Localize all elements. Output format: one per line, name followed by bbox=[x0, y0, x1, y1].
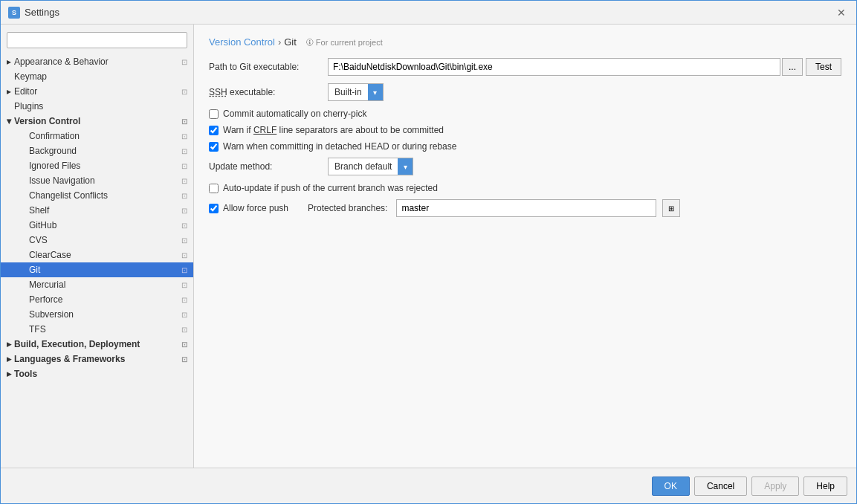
protected-branches-input[interactable] bbox=[396, 199, 656, 217]
copy-icon: ⊡ bbox=[181, 117, 187, 126]
caret-icon bbox=[7, 369, 14, 379]
update-method-row: Update method: Branch default ▾ bbox=[209, 158, 841, 175]
sidebar-item-label: Appearance & Behavior bbox=[14, 56, 178, 67]
sidebar-item-tools[interactable]: Tools bbox=[1, 366, 193, 381]
sidebar-item-label: Git bbox=[29, 265, 178, 275]
copy-icon: ⊡ bbox=[181, 222, 187, 230]
copy-icon: ⊡ bbox=[181, 207, 187, 215]
copy-icon: ⊡ bbox=[181, 58, 187, 66]
apply-button[interactable]: Apply bbox=[751, 476, 799, 496]
sidebar-item-label: GitHub bbox=[29, 220, 178, 230]
sidebar-item-confirmation[interactable]: Confirmation ⊡ bbox=[1, 129, 193, 143]
sidebar-item-label: Background bbox=[29, 146, 178, 156]
checkbox-detached-head-row: Warn when committing in detached HEAD or… bbox=[209, 141, 841, 152]
search-input[interactable] bbox=[7, 32, 187, 48]
sidebar-item-version-control[interactable]: Version Control ⊡ bbox=[1, 114, 193, 129]
caret-icon bbox=[7, 56, 14, 67]
sidebar-item-label: Keymap bbox=[14, 71, 187, 82]
copy-icon: ⊡ bbox=[181, 281, 187, 289]
dialog-footer: OK Cancel Apply Help bbox=[1, 468, 856, 503]
app-icon: S bbox=[8, 7, 20, 19]
sidebar-item-mercurial[interactable]: Mercurial ⊡ bbox=[1, 277, 193, 292]
sidebar: Appearance & Behavior ⊡ Keymap Editor ⊡ … bbox=[1, 25, 194, 468]
checkbox-auto-update[interactable] bbox=[209, 184, 219, 193]
ssh-dropdown-label: Built-in bbox=[329, 87, 368, 97]
sidebar-item-perforce[interactable]: Perforce ⊡ bbox=[1, 292, 193, 307]
copy-icon: ⊡ bbox=[181, 296, 187, 304]
ssh-dropdown[interactable]: Built-in ▾ bbox=[328, 83, 384, 101]
sidebar-item-build-execution[interactable]: Build, Execution, Deployment ⊡ bbox=[1, 337, 193, 352]
update-method-dropdown[interactable]: Branch default ▾ bbox=[328, 158, 413, 175]
breadcrumb-part1[interactable]: Version Control bbox=[209, 36, 275, 48]
sidebar-item-git[interactable]: Git ⊡ bbox=[1, 262, 193, 277]
sidebar-item-subversion[interactable]: Subversion ⊡ bbox=[1, 307, 193, 322]
dialog-title: Settings bbox=[25, 7, 59, 18]
sidebar-item-label: Mercurial bbox=[29, 280, 178, 290]
settings-dialog: S Settings ✕ Appearance & Behavior ⊡ Key… bbox=[0, 0, 857, 504]
cancel-button[interactable]: Cancel bbox=[694, 476, 747, 496]
copy-icon: ⊡ bbox=[181, 132, 187, 140]
sidebar-item-languages-frameworks[interactable]: Languages & Frameworks ⊡ bbox=[1, 352, 193, 366]
browse-button[interactable]: ... bbox=[782, 58, 803, 76]
copy-icon: ⊡ bbox=[181, 251, 187, 259]
close-button[interactable]: ✕ bbox=[834, 5, 849, 20]
checkbox-detached-head-label: Warn when committing in detached HEAD or… bbox=[223, 141, 456, 152]
crlf-underline: CRLF bbox=[253, 125, 276, 135]
ssh-row: SSH executable: Built-in ▾ bbox=[209, 83, 841, 101]
dropdown-arrow-icon: ▾ bbox=[368, 84, 383, 100]
help-button[interactable]: Help bbox=[803, 476, 847, 496]
checkbox-cherry-pick[interactable] bbox=[209, 109, 219, 119]
sidebar-item-label: CVS bbox=[29, 235, 178, 245]
git-path-input[interactable] bbox=[328, 58, 780, 76]
copy-icon: ⊡ bbox=[181, 266, 187, 274]
protected-branches-browse-button[interactable]: ⊞ bbox=[662, 199, 680, 217]
sidebar-item-label: Changelist Conflicts bbox=[29, 190, 178, 201]
sidebar-item-editor[interactable]: Editor ⊡ bbox=[1, 84, 193, 99]
test-button[interactable]: Test bbox=[806, 58, 841, 76]
checkbox-cherry-pick-row: Commit automatically on cherry-pick bbox=[209, 109, 841, 119]
git-path-label: Path to Git executable: bbox=[209, 62, 328, 72]
sidebar-item-label: Editor bbox=[14, 86, 178, 97]
grid-icon: ⊞ bbox=[668, 204, 674, 213]
git-path-row: Path to Git executable: ... Test bbox=[209, 58, 841, 76]
sidebar-item-ignored-files[interactable]: Ignored Files ⊡ bbox=[1, 158, 193, 173]
sidebar-item-label: Subversion bbox=[29, 309, 178, 320]
ssh-label: SSH executable: bbox=[209, 87, 328, 97]
checkbox-detached-head[interactable] bbox=[209, 142, 219, 152]
caret-icon bbox=[7, 339, 14, 349]
sidebar-item-label: Perforce bbox=[29, 294, 178, 305]
project-note: 🛈 For current project bbox=[305, 38, 383, 47]
sidebar-item-plugins[interactable]: Plugins bbox=[1, 99, 193, 114]
checkbox-crlf-label: Warn if CRLF line separators are about t… bbox=[223, 125, 444, 135]
info-icon: 🛈 bbox=[305, 38, 314, 47]
sidebar-item-label: Plugins bbox=[14, 101, 187, 112]
protected-branches-label: Protected branches: bbox=[308, 203, 387, 213]
copy-icon: ⊡ bbox=[181, 340, 187, 349]
breadcrumb: Version Control › Git 🛈 For current proj… bbox=[209, 36, 841, 48]
sidebar-item-label: Languages & Frameworks bbox=[14, 354, 178, 364]
sidebar-item-github[interactable]: GitHub ⊡ bbox=[1, 218, 193, 233]
checkbox-auto-update-row: Auto-update if push of the current branc… bbox=[209, 183, 841, 193]
sidebar-item-tfs[interactable]: TFS ⊡ bbox=[1, 322, 193, 337]
sidebar-item-label: Ignored Files bbox=[29, 161, 178, 171]
checkbox-cherry-pick-label: Commit automatically on cherry-pick bbox=[223, 109, 366, 119]
copy-icon: ⊡ bbox=[181, 147, 187, 155]
dialog-body: Appearance & Behavior ⊡ Keymap Editor ⊡ … bbox=[1, 25, 856, 468]
allow-force-push-label: Allow force push bbox=[223, 203, 288, 213]
sidebar-item-changelist-conflicts[interactable]: Changelist Conflicts ⊡ bbox=[1, 188, 193, 203]
checkbox-crlf[interactable] bbox=[209, 126, 219, 135]
copy-icon: ⊡ bbox=[181, 311, 187, 319]
sidebar-item-cvs[interactable]: CVS ⊡ bbox=[1, 233, 193, 248]
sidebar-item-issue-navigation[interactable]: Issue Navigation ⊡ bbox=[1, 173, 193, 188]
ok-button[interactable]: OK bbox=[652, 476, 690, 496]
copy-icon: ⊡ bbox=[181, 162, 187, 170]
sidebar-item-appearance[interactable]: Appearance & Behavior ⊡ bbox=[1, 54, 193, 69]
checkbox-auto-update-label: Auto-update if push of the current branc… bbox=[223, 183, 438, 193]
checkbox-allow-force-push[interactable] bbox=[209, 204, 219, 213]
sidebar-item-shelf[interactable]: Shelf ⊡ bbox=[1, 203, 193, 218]
sidebar-item-label: TFS bbox=[29, 324, 178, 335]
title-bar: S Settings ✕ bbox=[1, 1, 856, 25]
sidebar-item-clearcase[interactable]: ClearCase ⊡ bbox=[1, 248, 193, 262]
sidebar-item-background[interactable]: Background ⊡ bbox=[1, 143, 193, 158]
sidebar-item-keymap[interactable]: Keymap bbox=[1, 69, 193, 84]
